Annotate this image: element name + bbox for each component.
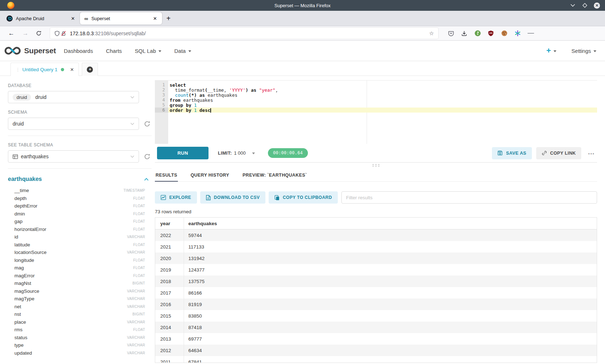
- results-actions: EXPLORE DOWNLOAD TO CSV COPY TO CLIPBOAR…: [155, 191, 597, 204]
- limit-control[interactable]: LIMIT: 1 000: [218, 150, 255, 156]
- link-icon: [542, 150, 547, 156]
- schema-column: latitudeFLOAT: [14, 241, 145, 249]
- extension-green-icon[interactable]: [474, 30, 481, 37]
- chevron-down-icon: [130, 96, 134, 99]
- url-text[interactable]: 172.18.0.3:32108/superset/sqllab/: [70, 31, 429, 36]
- cell-earthquakes: 64634: [184, 345, 597, 356]
- settings-menu[interactable]: Settings: [572, 48, 596, 54]
- collapse-chevron-up-icon[interactable]: [144, 178, 149, 181]
- code-line: group by 1: [168, 103, 597, 108]
- save-as-button[interactable]: SAVE AS: [492, 147, 532, 159]
- results-tabbar: RESULTS QUERY HISTORY PREVIEW: `EARTHQUA…: [155, 169, 597, 182]
- column-type: VARCHAR: [127, 235, 145, 239]
- screen: Superset — Mozilla Firefox ✕ Apache Drui…: [0, 0, 605, 364]
- back-button[interactable]: ←: [4, 30, 18, 37]
- add-menu-button[interactable]: +: [546, 47, 556, 55]
- schema-select[interactable]: druid: [8, 118, 139, 130]
- druid-favicon-icon: [6, 15, 13, 22]
- refresh-schemas-button[interactable]: [144, 121, 150, 127]
- column-type: VARCHAR: [127, 320, 145, 324]
- chevron-down-icon: [593, 50, 596, 52]
- filter-results-input[interactable]: [341, 191, 597, 204]
- query-tabbar: ⋮ Untitled Query 1 ✕ +: [0, 61, 605, 76]
- cell-earthquakes: 67841: [184, 356, 597, 363]
- download-icon[interactable]: [461, 30, 467, 37]
- nav-item-charts[interactable]: Charts: [106, 48, 122, 54]
- copy-link-button[interactable]: COPY LINK: [536, 147, 581, 159]
- chevron-down-icon: [554, 50, 556, 52]
- query-tab[interactable]: ⋮ Untitled Query 1 ✕: [10, 63, 79, 76]
- column-header-earthquakes[interactable]: earthquakes: [184, 218, 597, 229]
- pane-resize-handle[interactable]: [372, 164, 380, 167]
- editor-pane: 123456 select time_format(__time, 'YYYY'…: [155, 80, 597, 364]
- browser-tab-superset[interactable]: ∞ Superset ✕: [80, 12, 162, 24]
- column-name: type: [14, 342, 24, 348]
- table-row: 2021117133: [155, 241, 597, 252]
- table-schema-title: earthquakes: [8, 176, 42, 182]
- column-type: FLOAT: [133, 196, 145, 200]
- cookie-icon[interactable]: [501, 30, 507, 37]
- tab-close-icon[interactable]: ✕: [152, 15, 158, 22]
- url-bar[interactable]: 172.18.0.3:32108/superset/sqllab/ ☆: [50, 28, 438, 39]
- explore-button[interactable]: EXPLORE: [155, 191, 197, 204]
- window-minimize-button[interactable]: [569, 2, 576, 9]
- superset-brand[interactable]: Superset: [4, 46, 56, 55]
- window-maximize-button[interactable]: [582, 2, 588, 9]
- bookmark-star-icon[interactable]: ☆: [429, 30, 435, 37]
- column-name: gap: [14, 219, 23, 224]
- database-label: DATABASE: [8, 83, 152, 88]
- table-select[interactable]: earthquakes: [8, 150, 139, 163]
- asterisk-extension-icon[interactable]: [514, 30, 521, 37]
- tab-preview-earthquakes[interactable]: PREVIEW: `EARTHQUAKES`: [242, 169, 308, 181]
- cell-year: 2014: [155, 322, 184, 333]
- schema-column: idVARCHAR: [14, 233, 145, 241]
- schema-column: dminFLOAT: [14, 210, 145, 218]
- divider: [8, 136, 152, 136]
- tab-close-icon[interactable]: ✕: [70, 15, 76, 22]
- table-row: 201369777: [155, 333, 597, 345]
- code-line: time_format(__time, 'YYYY') as "year",: [168, 87, 597, 92]
- more-options-button[interactable]: …: [586, 148, 597, 158]
- plus-icon: +: [546, 47, 551, 55]
- column-type: VARCHAR: [127, 250, 145, 254]
- run-button[interactable]: RUN: [157, 147, 209, 159]
- database-select[interactable]: druid druid: [8, 91, 139, 103]
- menu-hamburger-icon[interactable]: [528, 30, 534, 37]
- ublock-icon[interactable]: UO: [488, 30, 494, 37]
- download-csv-button[interactable]: DOWNLOAD TO CSV: [200, 191, 265, 204]
- browser-tab-druid[interactable]: Apache Druid ✕: [2, 12, 80, 24]
- sql-editor[interactable]: 123456 select time_format(__time, 'YYYY'…: [155, 80, 597, 144]
- copy-clipboard-button[interactable]: COPY TO CLIPBOARD: [269, 191, 338, 204]
- pocket-icon[interactable]: [448, 30, 454, 37]
- column-name: id: [14, 234, 18, 240]
- tab-query-history[interactable]: QUERY HISTORY: [190, 169, 230, 181]
- column-type: FLOAT: [133, 212, 145, 216]
- shield-icon[interactable]: [54, 30, 60, 37]
- superset-navbar: Superset Dashboards Charts SQL Lab Data …: [0, 41, 605, 61]
- column-type: VARCHAR: [127, 289, 145, 293]
- column-type: FLOAT: [133, 204, 145, 208]
- cell-year: 2022: [155, 229, 184, 241]
- close-icon[interactable]: ✕: [70, 67, 74, 72]
- reload-button[interactable]: [32, 31, 45, 36]
- chart-icon: [161, 195, 166, 200]
- nav-item-data[interactable]: Data: [174, 48, 191, 54]
- window-close-button[interactable]: ✕: [594, 3, 600, 9]
- cell-year: 2015: [155, 310, 184, 322]
- brand-name: Superset: [24, 46, 56, 55]
- cell-year: 2011: [155, 356, 184, 363]
- column-header-year[interactable]: year: [155, 218, 184, 229]
- schema-column: magFLOAT: [14, 264, 145, 272]
- window-titlebar: Superset — Mozilla Firefox ✕: [0, 0, 605, 11]
- tab-results[interactable]: RESULTS: [155, 169, 178, 182]
- table-row: 201264634: [155, 345, 597, 356]
- refresh-tables-button[interactable]: [144, 154, 150, 160]
- clipboard-icon: [274, 195, 279, 200]
- chevron-down-icon: [130, 155, 134, 158]
- new-tab-button[interactable]: +: [162, 14, 175, 23]
- gutter-line-number: 4: [155, 97, 168, 103]
- nav-item-sql-lab[interactable]: SQL Lab: [135, 48, 161, 54]
- add-query-tab-button[interactable]: +: [82, 63, 98, 76]
- plus-circle-icon: +: [87, 67, 93, 73]
- nav-item-dashboards[interactable]: Dashboards: [64, 48, 93, 54]
